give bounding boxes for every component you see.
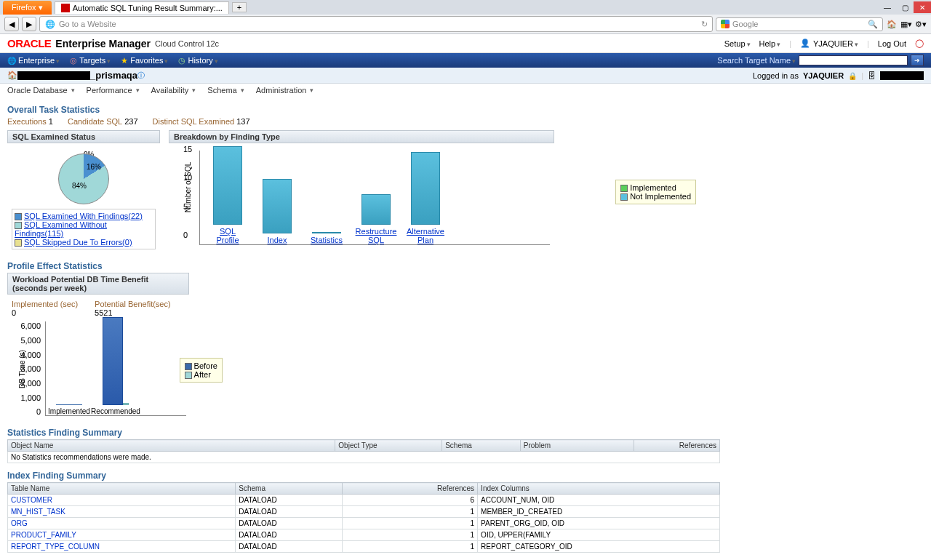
content: Overall Task Statistics Executions1 Cand… [0,97,931,559]
bar-panel: Breakdown by Finding Type Number of SQL … [169,130,554,252]
legend-link-skipped[interactable]: SQL Skipped Due To Errors(0) [24,238,132,247]
logged-in-user: YJAQUIER [803,71,844,80]
submenu-performance[interactable]: Performance [87,86,140,95]
profile-yticks: 6,0005,0004,0003,0002,0001,0000 [19,321,41,416]
address-bar[interactable]: 🌐 Go to a Website ↻ [39,16,713,32]
pie-panel: SQL Examined Status 0% 16% 84% SQL Exami… [7,130,160,252]
table-link[interactable]: MN_HIST_TASK [8,506,236,518]
em-title: Enterprise Manager [55,38,151,49]
browser-chrome: Firefox ▾ Automatic SQL Tuning Result Su… [0,0,931,34]
profile-legend: Before After [180,358,223,383]
profile-effect-title: Profile Effect Statistics [7,261,924,271]
search-target-input[interactable] [799,55,908,65]
search-target-label[interactable]: Search Target Name [717,56,796,65]
reload-icon[interactable]: ↻ [701,20,708,29]
logout-link[interactable]: Log Out [878,39,906,48]
pie-header: SQL Examined Status [7,130,160,143]
google-icon [721,20,730,28]
target-submenu: Oracle Database Performance Availability… [0,84,931,97]
target-icon [70,56,77,65]
tab-strip: Firefox ▾ Automatic SQL Tuning Result Su… [0,0,931,15]
primary-nav: Enterprise Targets Favorites History Sea… [0,53,931,68]
em-subtitle: Cloud Control 12c [155,39,219,48]
firefox-menu[interactable]: Firefox ▾ [3,1,52,15]
lock-icon [848,71,857,80]
stats-empty-row: No Statistics recommendations were made. [8,452,720,463]
index-finding-table: Table Name Schema References Index Colum… [7,482,720,553]
index-finding-title: Index Finding Summary [7,471,924,481]
home-icon[interactable] [7,71,17,80]
forward-button[interactable]: ▶ [22,17,36,31]
table-link[interactable]: PRODUCT_FAMILY [8,529,236,541]
bar-alternative-plan: Alternative Plan [409,152,441,244]
bar-statistics: Statistics [311,232,343,244]
submenu-administration[interactable]: Administration [256,86,314,95]
profile-chart: Implemented Recommended [45,321,186,416]
clock-icon [178,56,185,65]
table-row: CUSTOMERDATALOAD6ACCOUNT_NUM, OID [8,495,720,506]
globe-icon: 🌐 [44,18,56,30]
maximize-button[interactable]: ▢ [896,1,914,13]
nav-history[interactable]: History [178,56,217,65]
table-row: ORGDATALOAD1PARENT_ORG_OID, OID [8,518,720,529]
setup-menu[interactable]: Setup [724,39,751,48]
overall-task-stats-title: Overall Task Statistics [7,105,924,115]
legend-link-nofindings[interactable]: SQL Examined Without Findings(115) [15,220,107,238]
table-row: PRODUCT_FAMILYDATALOAD1OID, UPPER(FAMILY [8,529,720,541]
target-header: _prismaqa ⓘ Logged in as YJAQUIER | 🗄 [0,68,931,84]
logged-in-label: Logged in as [753,71,799,80]
browser-tab[interactable]: Automatic SQL Tuning Result Summary:... [55,1,229,14]
search-go-button[interactable]: ➜ [911,55,924,66]
table-link[interactable]: REPORT_TYPE_COLUMN [8,541,236,553]
target-name: _prismaqa [90,70,137,81]
nav-favorites[interactable]: Favorites [121,56,168,65]
search-icon[interactable]: 🔍 [868,20,878,29]
brand-icon: ◯ [915,39,924,48]
minimize-button[interactable]: — [879,1,896,13]
table-link[interactable]: ORG [8,518,236,529]
table-link[interactable]: CUSTOMER [8,495,236,506]
bar-sql-profile: SQL Profile [212,146,244,244]
submenu-availability[interactable]: Availability [151,86,196,95]
pie-chart: 16% 84% [58,153,109,204]
bar-header: Breakdown by Finding Type [169,130,554,143]
task-stats-row: Executions1 Candidate SQL237 Distinct SQ… [7,117,924,126]
user-icon: 👤 [800,39,810,48]
stats-finding-table: Object Name Object Type Schema Problem R… [7,439,720,463]
redacted-host [880,71,924,80]
bar-index: Index [261,179,293,244]
search-bar[interactable]: Google 🔍 [716,17,883,31]
bar-yticks: 151050 [183,145,192,239]
nav-targets[interactable]: Targets [70,56,111,65]
close-button[interactable]: ✕ [914,1,931,13]
more-icon[interactable]: ⚙▾ [915,18,927,30]
table-row: REPORT_TYPE_COLUMNDATALOAD1REPORT_CATEGO… [8,541,720,553]
oracle-logo: ORACLE [7,37,51,49]
nav-enterprise[interactable]: Enterprise [7,56,60,65]
bar-restructure-sql: Restructure SQL [360,194,392,244]
bar-chart: SQL ProfileIndexStatisticsRestructure SQ… [199,151,550,245]
user-menu[interactable]: 👤 YJAQUIER [800,39,858,48]
home-icon[interactable]: 🏠 [886,18,898,30]
redacted-target [17,71,90,80]
info-icon[interactable]: ⓘ [137,71,145,81]
profile-panel: Workload Potential DB Time Benefit (seco… [7,273,189,419]
globe-icon [7,56,16,65]
db-icon: 🗄 [868,71,876,80]
back-button[interactable]: ◀ [4,17,19,31]
stats-finding-title: Statistics Finding Summary [7,428,924,438]
pie-legend: SQL Examined With Findings(22) SQL Exami… [12,209,156,249]
help-menu[interactable]: Help [759,39,781,48]
legend-link-findings[interactable]: SQL Examined With Findings(22) [24,212,143,220]
profile-header: Workload Potential DB Time Benefit (seco… [7,273,189,295]
table-row: MN_HIST_TASKDATALOAD1MEMBER_ID_CREATED [8,506,720,518]
new-tab-button[interactable]: + [232,2,247,12]
oracle-header: ORACLE Enterprise Manager Cloud Control … [0,34,931,53]
submenu-oracle-db[interactable]: Oracle Database [7,86,75,95]
bar-legend: Implemented Not Implemented [615,180,696,204]
bookmarks-icon[interactable]: ▦▾ [900,18,912,30]
oracle-favicon [61,4,70,12]
nav-toolbar: ◀ ▶ 🌐 Go to a Website ↻ Google 🔍 🏠 ▦▾ ⚙▾ [0,15,931,33]
star-icon [121,56,128,65]
submenu-schema[interactable]: Schema [207,86,244,95]
